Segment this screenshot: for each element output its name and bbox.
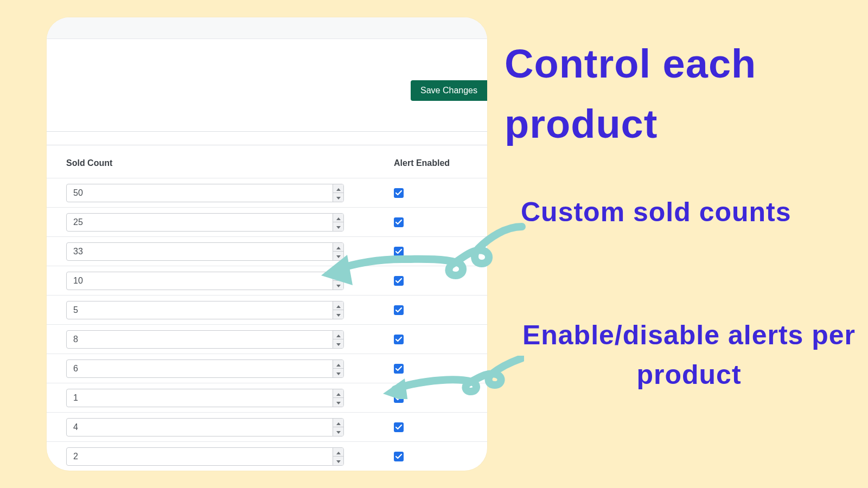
spinner-down-button[interactable]	[333, 339, 343, 348]
spinner-up-button[interactable]	[333, 419, 343, 428]
spinner-down-button[interactable]	[333, 193, 343, 202]
sold-count-input[interactable]	[67, 214, 333, 231]
check-icon	[395, 247, 402, 256]
table-header-row: Sold Count Alert Enabled	[47, 145, 487, 178]
alert-enabled-cell	[344, 305, 452, 315]
check-icon	[395, 364, 402, 374]
sold-count-input[interactable]	[67, 448, 333, 465]
annotation-enable-disable-alerts: Enable/disable alerts per product	[521, 316, 857, 394]
check-icon	[395, 452, 402, 461]
alert-enabled-cell	[344, 217, 452, 227]
alert-enabled-checkbox[interactable]	[394, 188, 404, 198]
alert-enabled-cell	[344, 247, 452, 256]
alert-enabled-cell	[344, 393, 452, 403]
header-alert-enabled: Alert Enabled	[345, 158, 450, 168]
number-spinner	[333, 301, 343, 319]
alert-enabled-checkbox[interactable]	[394, 305, 404, 315]
spinner-down-button[interactable]	[333, 369, 343, 377]
svg-marker-10	[336, 335, 341, 337]
caret-up-icon	[336, 448, 341, 456]
caret-down-icon	[336, 398, 341, 406]
alert-enabled-cell	[344, 422, 452, 432]
alert-enabled-checkbox[interactable]	[394, 452, 404, 461]
sold-count-input[interactable]	[67, 360, 333, 377]
check-icon	[395, 305, 402, 315]
svg-marker-9	[336, 314, 341, 317]
caret-down-icon	[336, 339, 341, 348]
table-row	[47, 324, 487, 354]
alert-enabled-checkbox[interactable]	[394, 247, 404, 256]
svg-marker-1	[336, 197, 341, 200]
product-table: Sold Count Alert Enabled	[47, 145, 487, 471]
sold-count-field	[66, 389, 344, 407]
alert-enabled-cell	[344, 452, 452, 461]
spinner-up-button[interactable]	[333, 243, 343, 252]
spinner-down-button[interactable]	[333, 281, 343, 290]
spinner-up-button[interactable]	[333, 389, 343, 399]
spinner-up-button[interactable]	[333, 184, 343, 194]
number-spinner	[333, 184, 343, 202]
check-icon	[395, 422, 402, 432]
number-spinner	[333, 214, 343, 231]
table-row	[47, 354, 487, 383]
sold-count-input[interactable]	[67, 331, 333, 348]
number-spinner	[333, 272, 343, 290]
spinner-up-button[interactable]	[333, 331, 343, 340]
check-icon	[395, 217, 402, 227]
spinner-up-button[interactable]	[333, 360, 343, 369]
spinner-down-button[interactable]	[333, 457, 343, 465]
alert-enabled-cell	[344, 276, 452, 286]
svg-marker-19	[336, 460, 341, 463]
save-changes-button[interactable]: Save Changes	[411, 80, 487, 101]
alert-enabled-checkbox[interactable]	[394, 335, 404, 344]
svg-marker-5	[336, 255, 341, 258]
spinner-down-button[interactable]	[333, 398, 343, 407]
svg-marker-12	[336, 364, 341, 367]
svg-marker-15	[336, 402, 341, 404]
caret-up-icon	[336, 243, 341, 251]
caret-down-icon	[336, 310, 341, 318]
svg-marker-2	[336, 217, 341, 220]
alert-enabled-cell	[344, 364, 452, 374]
number-spinner	[333, 389, 343, 407]
alert-enabled-checkbox[interactable]	[394, 422, 404, 432]
check-icon	[395, 188, 402, 198]
alert-enabled-checkbox[interactable]	[394, 217, 404, 227]
number-spinner	[333, 331, 343, 348]
alert-enabled-cell	[344, 188, 452, 198]
caret-up-icon	[336, 272, 341, 280]
spinner-up-button[interactable]	[333, 448, 343, 457]
sold-count-input[interactable]	[67, 301, 333, 319]
spinner-down-button[interactable]	[333, 222, 343, 231]
caret-down-icon	[336, 222, 341, 230]
spinner-up-button[interactable]	[333, 214, 343, 223]
spinner-up-button[interactable]	[333, 301, 343, 311]
alert-enabled-checkbox[interactable]	[394, 276, 404, 286]
check-icon	[395, 335, 402, 344]
section-divider	[47, 131, 487, 145]
table-row	[47, 207, 487, 236]
sold-count-input[interactable]	[67, 243, 333, 260]
annotation-heading: Control each product	[505, 34, 868, 154]
check-icon	[395, 276, 402, 286]
sold-count-input[interactable]	[67, 389, 333, 407]
svg-marker-3	[336, 226, 341, 229]
sold-count-field	[66, 301, 344, 319]
sold-count-input[interactable]	[67, 419, 333, 436]
svg-marker-6	[336, 276, 341, 279]
spinner-up-button[interactable]	[333, 272, 343, 281]
spinner-down-button[interactable]	[333, 252, 343, 260]
table-row	[47, 178, 487, 207]
alert-enabled-checkbox[interactable]	[394, 393, 404, 403]
sold-count-input[interactable]	[67, 184, 333, 202]
sold-count-input[interactable]	[67, 272, 333, 290]
alert-enabled-checkbox[interactable]	[394, 364, 404, 374]
svg-marker-18	[336, 452, 341, 454]
svg-marker-8	[336, 305, 341, 308]
spinner-down-button[interactable]	[333, 310, 343, 319]
sold-count-field	[66, 184, 344, 202]
table-row	[47, 383, 487, 412]
table-row	[47, 266, 487, 295]
settings-panel: Save Changes Sold Count Alert Enabled	[47, 17, 487, 471]
spinner-down-button[interactable]	[333, 427, 343, 436]
